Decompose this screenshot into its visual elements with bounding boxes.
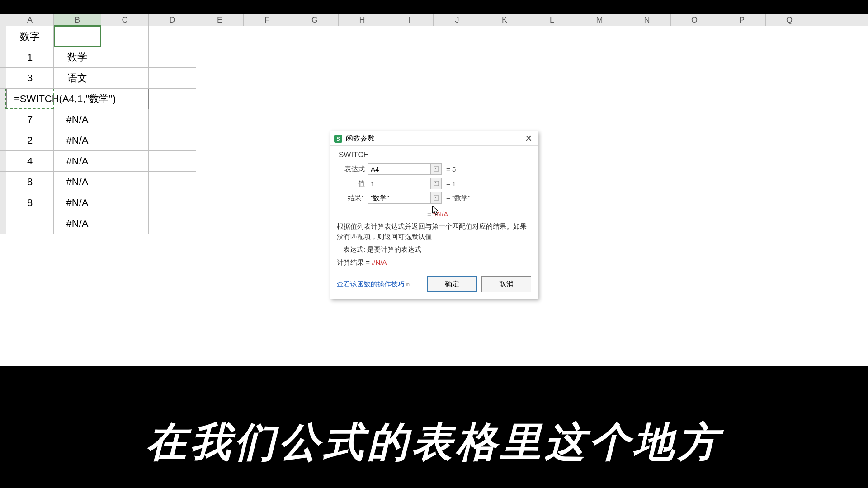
cell[interactable] xyxy=(291,89,339,109)
cell[interactable] xyxy=(149,213,196,234)
cell[interactable] xyxy=(196,151,244,172)
cell[interactable] xyxy=(671,89,718,109)
col-header-L[interactable]: L xyxy=(528,14,576,26)
col-header-B[interactable]: B xyxy=(54,14,101,26)
cell[interactable] xyxy=(766,109,813,130)
cell[interactable] xyxy=(481,26,528,47)
cell[interactable] xyxy=(623,172,671,192)
cell[interactable] xyxy=(101,192,149,213)
cell[interactable] xyxy=(718,68,766,89)
cell[interactable] xyxy=(528,109,576,130)
cell[interactable] xyxy=(576,151,623,172)
row-header[interactable] xyxy=(0,26,6,47)
cell[interactable] xyxy=(6,213,54,234)
cell[interactable] xyxy=(54,26,101,47)
cancel-button[interactable]: 取消 xyxy=(481,276,531,292)
cell[interactable] xyxy=(576,26,623,47)
col-header-K[interactable]: K xyxy=(481,14,528,26)
cell[interactable] xyxy=(576,47,623,68)
formula-editing-cell[interactable]: =SWITCH(A4,1,"数学") xyxy=(6,89,149,109)
cell[interactable] xyxy=(766,151,813,172)
cell[interactable] xyxy=(766,213,813,234)
cell[interactable]: 语文 xyxy=(54,68,101,89)
cell[interactable] xyxy=(149,151,196,172)
cell[interactable] xyxy=(671,47,718,68)
cell[interactable] xyxy=(718,47,766,68)
cell[interactable] xyxy=(149,26,196,47)
cell[interactable] xyxy=(339,47,386,68)
cell[interactable] xyxy=(149,192,196,213)
cell[interactable] xyxy=(291,47,339,68)
cell[interactable] xyxy=(528,47,576,68)
row-header[interactable] xyxy=(0,130,6,151)
col-header-C[interactable]: C xyxy=(101,14,149,26)
row-header[interactable] xyxy=(0,109,6,130)
cell[interactable] xyxy=(576,89,623,109)
cell[interactable]: #N/A xyxy=(54,213,101,234)
cell[interactable] xyxy=(434,109,481,130)
row-header[interactable] xyxy=(0,89,6,109)
cell[interactable] xyxy=(196,89,244,109)
cell[interactable] xyxy=(244,213,291,234)
col-header-P[interactable]: P xyxy=(718,14,766,26)
cell[interactable] xyxy=(671,151,718,172)
cell[interactable] xyxy=(766,89,813,109)
cell[interactable]: #N/A xyxy=(54,109,101,130)
cell[interactable] xyxy=(196,109,244,130)
cell[interactable] xyxy=(718,213,766,234)
cell[interactable] xyxy=(101,151,149,172)
cell[interactable] xyxy=(386,109,434,130)
cell[interactable] xyxy=(766,130,813,151)
row-header[interactable] xyxy=(0,213,6,234)
cell[interactable] xyxy=(244,192,291,213)
cell[interactable] xyxy=(623,26,671,47)
cell[interactable] xyxy=(576,172,623,192)
cell[interactable] xyxy=(718,151,766,172)
cell[interactable] xyxy=(718,89,766,109)
cell[interactable]: 8 xyxy=(6,172,54,192)
cell[interactable] xyxy=(101,172,149,192)
cell[interactable] xyxy=(196,192,244,213)
cell[interactable] xyxy=(291,109,339,130)
cell[interactable] xyxy=(623,68,671,89)
cell[interactable] xyxy=(149,68,196,89)
cell[interactable] xyxy=(149,130,196,151)
param-input-2[interactable] xyxy=(368,192,431,204)
cell[interactable] xyxy=(528,68,576,89)
cell[interactable] xyxy=(149,172,196,192)
cell[interactable] xyxy=(434,47,481,68)
cell[interactable] xyxy=(386,89,434,109)
cell[interactable] xyxy=(339,89,386,109)
col-header-Q[interactable]: Q xyxy=(766,14,813,26)
cell[interactable] xyxy=(244,109,291,130)
range-picker-icon[interactable] xyxy=(431,178,442,189)
cell[interactable] xyxy=(528,89,576,109)
cell[interactable] xyxy=(718,109,766,130)
cell[interactable] xyxy=(576,109,623,130)
cell[interactable] xyxy=(576,68,623,89)
cell[interactable] xyxy=(766,47,813,68)
cell[interactable] xyxy=(481,47,528,68)
col-header-N[interactable]: N xyxy=(623,14,671,26)
col-header-H[interactable]: H xyxy=(339,14,386,26)
param-input-0[interactable] xyxy=(368,163,431,175)
cell[interactable] xyxy=(101,68,149,89)
cell[interactable] xyxy=(196,26,244,47)
cell[interactable] xyxy=(623,130,671,151)
cell[interactable] xyxy=(481,89,528,109)
cell[interactable] xyxy=(101,130,149,151)
row-header[interactable] xyxy=(0,151,6,172)
cell[interactable] xyxy=(576,192,623,213)
cell[interactable]: #N/A xyxy=(54,172,101,192)
cell[interactable] xyxy=(623,89,671,109)
cell[interactable] xyxy=(386,26,434,47)
cell[interactable] xyxy=(481,109,528,130)
col-header-M[interactable]: M xyxy=(576,14,623,26)
param-input-1[interactable] xyxy=(368,178,431,189)
row-header[interactable] xyxy=(0,192,6,213)
cell[interactable] xyxy=(434,26,481,47)
col-header-A[interactable]: A xyxy=(6,14,54,26)
cell[interactable] xyxy=(196,47,244,68)
range-picker-icon[interactable] xyxy=(431,192,442,204)
col-header-E[interactable]: E xyxy=(196,14,244,26)
